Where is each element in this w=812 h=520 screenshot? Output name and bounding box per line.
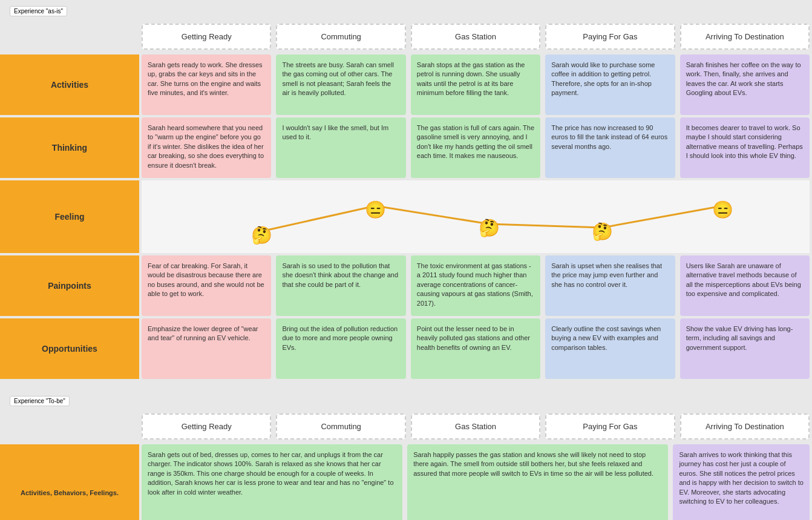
activities-cell-1: The streets are busy. Sarah can smell th…: [276, 54, 405, 115]
painpoints-row: Painpoints Fear of car breaking. For Sar…: [0, 255, 812, 316]
col-header-gas-station: Gas Station: [411, 24, 540, 50]
painpoints-label: Painpoints: [0, 255, 139, 316]
opportunities-cell-1: Bring out the idea of pollution reductio…: [276, 318, 405, 379]
activities-cell-0: Sarah gets ready to work. She dresses up…: [142, 54, 271, 115]
svg-text:🤔: 🤔: [251, 225, 272, 245]
section2-tag: Experience "To-be": [10, 396, 70, 406]
painpoints-cell-2: The toxic environment at gas stations - …: [411, 255, 540, 316]
journey-map: Experience "as-is" Getting Ready Commuti…: [0, 0, 812, 520]
activities-cell-3: Sarah would like to purchase some coffee…: [545, 54, 675, 115]
painpoints-cell-3: Sarah is upset when she realises that th…: [545, 255, 675, 316]
opportunities-cell-2: Point out the lesser need to be in heavi…: [411, 318, 540, 379]
s2-col-header-arriving: Arriving To Destination: [680, 413, 810, 439]
s2-activities-row: Activities, Behaviors, Feelings. Sarah g…: [0, 444, 812, 520]
col-header-paying-for-gas: Paying For Gas: [545, 24, 675, 50]
col-header-arriving: Arriving To Destination: [680, 24, 810, 50]
activities-cell-2: Sarah stops at the gas station as the pe…: [411, 54, 540, 115]
activities-row: Activities Sarah gets ready to work. She…: [0, 54, 812, 115]
feeling-chart: 🤔 😑 🤔 🤔 😑: [142, 180, 810, 253]
opportunities-label: Opportunities: [0, 318, 139, 379]
opportunities-cell-4: Show the value EV driving has long-term,…: [680, 318, 810, 379]
s2-col-header-gas-station: Gas Station: [411, 413, 540, 439]
painpoints-cell-0: Fear of car breaking. For Sarah, it woul…: [142, 255, 271, 316]
thinking-cell-1: I wouldn't say I like the smell, but Im …: [276, 117, 405, 178]
s2-col-header-paying: Paying For Gas: [545, 413, 675, 439]
svg-text:😑: 😑: [712, 200, 733, 220]
feeling-row: Feeling 🤔 😑 🤔 🤔 😑: [0, 180, 812, 253]
painpoints-cell-4: Users like Sarah are unaware of alternat…: [680, 255, 810, 316]
thinking-cell-2: The gas station is full of cars again. T…: [411, 117, 540, 178]
s2-col-header-getting-ready: Getting Ready: [142, 413, 271, 439]
thinking-cell-3: The price has now increased to 90 euros …: [545, 117, 675, 178]
section1-header: Getting Ready Commuting Gas Station Payi…: [139, 19, 812, 54]
thinking-row: Thinking Sarah heard somewhere that you …: [0, 117, 812, 178]
s2-activities-label: Activities, Behaviors, Feelings.: [0, 444, 139, 520]
s2-activities-cell-1: Sarah happily passes the gas station and…: [407, 444, 668, 520]
section1-tag: Experience "as-is": [10, 6, 67, 16]
s2-activities-cell-2: Sarah arrives to work thinking that this…: [673, 444, 810, 520]
feeling-label: Feeling: [0, 180, 139, 253]
activities-label: Activities: [0, 54, 139, 115]
painpoints-cell-1: Sarah is so used to the pollution that s…: [276, 255, 405, 316]
s2-col-header-commuting: Commuting: [276, 413, 405, 439]
opportunities-cell-3: Clearly outline the cost savings when bu…: [545, 318, 675, 379]
activities-cell-4: Sarah finishes her coffee on the way to …: [680, 54, 810, 115]
s2-activities-cell-0: Sarah gets out of bed, dresses up, comes…: [142, 444, 402, 520]
section2-header: Getting Ready Commuting Gas Station Payi…: [139, 409, 812, 444]
svg-text:😑: 😑: [365, 200, 386, 220]
svg-text:🤔: 🤔: [479, 218, 500, 238]
svg-text:🤔: 🤔: [592, 222, 613, 242]
opportunities-row: Opportunities Emphasize the lower degree…: [0, 318, 812, 379]
thinking-label: Thinking: [0, 117, 139, 178]
thinking-cell-4: It becomes dearer to travel to work. So …: [680, 117, 810, 178]
col-header-commuting: Commuting: [276, 24, 405, 50]
opportunities-cell-0: Emphasize the lower degree of "wear and …: [142, 318, 271, 379]
thinking-cell-0: Sarah heard somewhere that you need to "…: [142, 117, 271, 178]
col-header-getting-ready: Getting Ready: [142, 24, 271, 50]
